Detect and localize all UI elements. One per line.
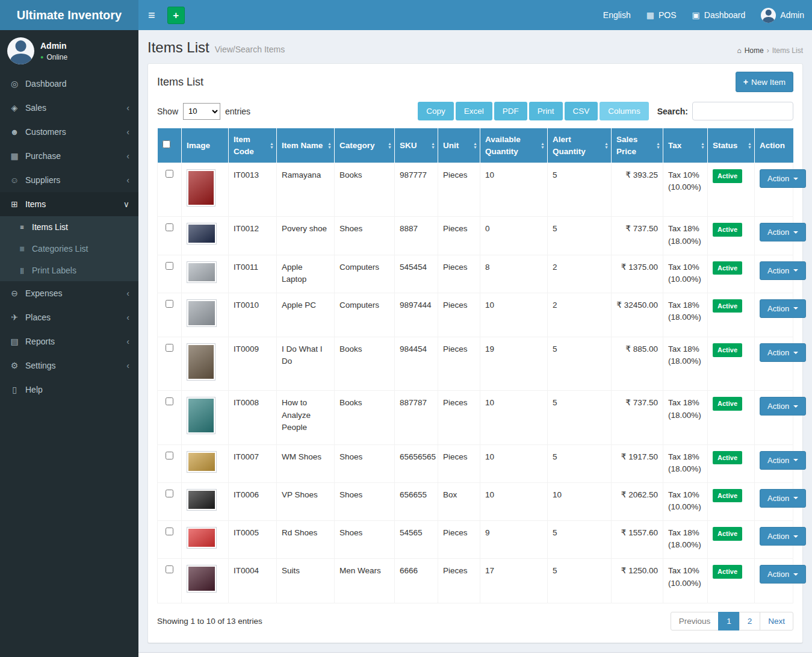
sidebar-item-suppliers[interactable]: ☺Suppliers‹ (0, 168, 138, 192)
sidebar-item-dashboard[interactable]: ◎Dashboard (0, 72, 138, 96)
header-available-quantity[interactable]: Available Quantity▲▼ (480, 128, 548, 163)
row-checkbox[interactable] (166, 490, 173, 497)
copy-button[interactable]: Copy (418, 102, 454, 120)
action-label: Action (767, 228, 789, 237)
sku-cell: 887787 (395, 391, 438, 444)
header-status[interactable]: Status▲▼ (708, 128, 755, 163)
unit-cell: Pieces (438, 163, 480, 217)
sidebar-toggle-button[interactable]: ≡ (138, 0, 165, 30)
action-dropdown-button[interactable]: Action (760, 489, 806, 508)
action-dropdown-button[interactable]: Action (760, 299, 806, 318)
row-checkbox[interactable] (166, 170, 173, 178)
alert-quantity-cell: 5 (548, 337, 612, 391)
header-tax[interactable]: Tax▲▼ (663, 128, 708, 163)
sidebar-item-places[interactable]: ✈Places‹ (0, 305, 138, 329)
header-action: Action (755, 128, 793, 163)
pagination-page-1[interactable]: 1 (718, 612, 740, 631)
sidebar-subitem-categories-list[interactable]: ≣Categories List (0, 238, 138, 260)
item-image-fill (188, 225, 215, 243)
sidebar-item-reports[interactable]: ▤Reports‹ (0, 329, 138, 353)
page-length-select[interactable]: 10 (183, 103, 220, 120)
sidebar-item-settings[interactable]: ⚙Settings‹ (0, 353, 138, 378)
items-icon: ⊞ (9, 199, 20, 209)
csv-button[interactable]: CSV (565, 102, 598, 120)
action-dropdown-button[interactable]: Action (760, 261, 806, 280)
dashboard-link[interactable]: ▣Dashboard (684, 0, 754, 30)
sidebar-subitem-items-list[interactable]: ≡Items List (0, 216, 138, 238)
online-status-label: Online (46, 53, 67, 61)
action-dropdown-button[interactable]: Action (760, 565, 806, 584)
item-image-fill (188, 171, 214, 205)
available-quantity-cell: 17 (480, 559, 548, 603)
table-row: IT0012 Povery shoe Shoes 8887 Pieces 0 5… (158, 217, 793, 255)
action-dropdown-button[interactable]: Action (760, 169, 806, 188)
action-label: Action (767, 494, 789, 503)
row-checkbox[interactable] (166, 452, 173, 459)
new-item-button[interactable]: +New Item (736, 72, 793, 92)
action-dropdown-button[interactable]: Action (760, 343, 806, 362)
sidebar-item-customers[interactable]: ☻Customers‹ (0, 120, 138, 144)
header-item-name[interactable]: Item Name▲▼ (277, 128, 335, 163)
action-dropdown-button[interactable]: Action (760, 397, 806, 416)
breadcrumb-home[interactable]: ⌂Home (737, 46, 763, 55)
header-sku[interactable]: SKU▲▼ (395, 128, 438, 163)
status-badge: Active (713, 397, 742, 411)
row-checkbox[interactable] (166, 397, 173, 405)
header-item-code[interactable]: Item Code▲▼ (229, 128, 277, 163)
item-code-cell: IT0012 (229, 217, 277, 255)
topbar-main: ≡ + English ▦POS ▣Dashboard Admin (138, 0, 812, 30)
app-logo[interactable]: Ultimate Inventory (0, 0, 138, 30)
card-header: Items List +New Item (148, 64, 802, 98)
columns-button[interactable]: Columns (600, 102, 648, 120)
sidebar-item-sales[interactable]: ◈Sales‹ (0, 96, 138, 120)
sort-icon: ▲▼ (270, 142, 274, 149)
action-dropdown-button[interactable]: Action (760, 223, 806, 241)
caret-down-icon (793, 573, 798, 576)
action-cell: Action (755, 293, 793, 337)
row-select-cell (158, 337, 182, 391)
action-label: Action (767, 266, 789, 275)
user-menu[interactable]: Admin (753, 0, 812, 30)
tax-cell: Tax 10% (10.00%) (663, 163, 708, 217)
sidebar-item-items[interactable]: ⊞Items∨ (0, 192, 138, 216)
header-alert-quantity[interactable]: Alert Quantity▲▼ (548, 128, 612, 163)
language-menu[interactable]: English (595, 0, 639, 30)
excel-button[interactable]: Excel (456, 102, 492, 120)
pagination-next[interactable]: Next (760, 612, 793, 631)
sidebar-item-expenses[interactable]: ⊖Expenses‹ (0, 281, 138, 305)
breadcrumb-current: Items List (772, 46, 803, 55)
header-sales-price[interactable]: Sales Price▲▼ (612, 128, 663, 163)
sidebar-item-purchase[interactable]: ▦Purchase‹ (0, 144, 138, 168)
customers-icon: ☻ (9, 127, 20, 137)
row-checkbox[interactable] (166, 565, 173, 573)
pagination-previous[interactable]: Previous (671, 612, 719, 631)
header-category[interactable]: Category▲▼ (335, 128, 395, 163)
item-image (187, 489, 217, 511)
sidebar-item-label: Sales (25, 103, 46, 113)
item-name-cell: Suits (277, 559, 335, 603)
row-image-cell (182, 521, 229, 559)
pdf-button[interactable]: PDF (494, 102, 527, 120)
row-checkbox[interactable] (166, 262, 173, 270)
tax-cell: Tax 10% (10.00%) (663, 559, 708, 603)
pos-link[interactable]: ▦POS (639, 0, 684, 30)
row-checkbox[interactable] (166, 223, 173, 231)
sidebar-item-help[interactable]: ▯Help (0, 378, 138, 402)
select-all-checkbox[interactable] (163, 140, 170, 148)
header-unit[interactable]: Unit▲▼ (438, 128, 480, 163)
action-dropdown-button[interactable]: Action (760, 527, 806, 546)
row-checkbox[interactable] (166, 528, 173, 535)
row-checkbox[interactable] (166, 300, 173, 308)
quick-add-button[interactable]: + (167, 7, 185, 24)
tax-rate: (10.00%) (668, 578, 702, 590)
pagination-page-2[interactable]: 2 (739, 612, 761, 631)
item-image (187, 223, 217, 244)
row-checkbox[interactable] (166, 344, 173, 352)
action-cell: Action (755, 255, 793, 293)
search-input[interactable] (692, 102, 793, 120)
chevron-left-icon: ‹ (126, 151, 129, 161)
action-dropdown-button[interactable]: Action (760, 451, 806, 470)
item-name-cell: Apple PC (277, 293, 335, 337)
print-button[interactable]: Print (529, 102, 563, 120)
sidebar-subitem-print-labels[interactable]: |||Print Labels (0, 260, 138, 281)
